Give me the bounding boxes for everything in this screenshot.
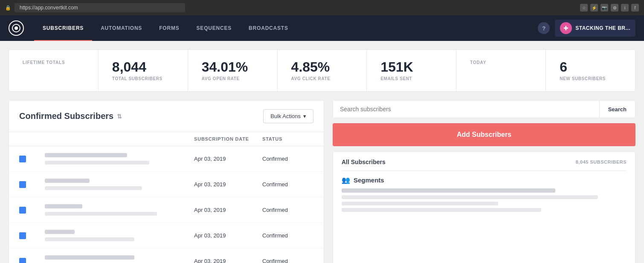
account-badge[interactable]: ✚ STACKING THE BR... <box>555 20 635 37</box>
checkbox-input[interactable] <box>19 258 26 263</box>
lower-area: Confirmed Subscribers ⇅ Bulk Actions ▾ S… <box>9 100 635 263</box>
bulk-actions-button[interactable]: Bulk Actions ▾ <box>263 109 313 123</box>
subscription-status: Confirmed <box>262 207 313 213</box>
segment-blur-3 <box>342 202 498 205</box>
lock-icon: 🔒 <box>5 5 11 11</box>
main-content: LIFETIME TOTALS 8,044 TOTAL SUBSCRIBERS … <box>0 41 644 263</box>
col-status-header: STATUS <box>262 136 313 142</box>
subscription-status: Confirmed <box>262 258 313 263</box>
avg-open-rate-value: 34.01% <box>202 60 264 74</box>
segments-panel: All Subscribers 8,045 SUBSCRIBERS 👥 Segm… <box>333 151 635 263</box>
subscribers-panel: Confirmed Subscribers ⇅ Bulk Actions ▾ S… <box>9 100 324 263</box>
today-label: TODAY <box>470 60 532 65</box>
help-button[interactable]: ? <box>538 22 550 34</box>
all-subscribers-label[interactable]: All Subscribers <box>342 159 386 165</box>
search-row: Search <box>333 100 635 118</box>
search-button[interactable]: Search <box>599 101 635 118</box>
browser-bar: 🔒 https://app.convertkit.com ☆ ⚡ 📷 ⚙ i f <box>0 0 644 15</box>
app-logo[interactable] <box>9 20 24 36</box>
nav-right: ? ✚ STACKING THE BR... <box>538 20 635 37</box>
table-header: SUBSCRIPTION DATE STATUS <box>9 132 324 146</box>
subscriber-email-blur <box>45 161 149 165</box>
subscriber-info <box>45 230 194 241</box>
table-row: Apr 03, 2019 Confirmed <box>9 172 324 197</box>
nav-item-automations[interactable]: AUTOMATIONS <box>92 15 151 41</box>
today-section: TODAY <box>456 50 546 91</box>
subscription-date: Apr 03, 2019 <box>194 207 262 213</box>
segments-label: Segments <box>354 176 384 184</box>
avg-open-rate-label: AVG OPEN RATE <box>202 76 264 81</box>
total-subscribers-value: 8,044 <box>112 60 174 74</box>
total-subscribers-label: TOTAL SUBSCRIBERS <box>112 76 174 81</box>
row-checkbox[interactable] <box>19 232 45 239</box>
subscriber-email-blur <box>45 237 134 241</box>
browser-icons: ☆ ⚡ 📷 ⚙ i f <box>580 4 639 12</box>
checkbox-input[interactable] <box>19 156 26 162</box>
subscriber-name-blur <box>45 179 90 183</box>
col-name-header <box>45 136 194 142</box>
ext-icon-5[interactable]: f <box>631 4 639 12</box>
subscriber-name-blur <box>45 153 127 157</box>
svg-point-1 <box>15 26 18 30</box>
right-panel: Search Add Subscribers All Subscribers 8… <box>333 100 635 263</box>
total-subscribers-stat: 8,044 TOTAL SUBSCRIBERS <box>99 50 188 91</box>
subscriber-info <box>45 179 194 190</box>
subscriber-name-blur <box>45 255 134 260</box>
subscription-date: Apr 03, 2019 <box>194 156 262 162</box>
new-subscribers-label: NEW SUBSCRIBERS <box>560 76 621 81</box>
new-subscribers-value: 6 <box>560 60 621 74</box>
nav-item-sequences[interactable]: SEQUENCES <box>188 15 241 41</box>
subscriber-email-blur <box>45 212 157 216</box>
checkbox-input[interactable] <box>19 181 26 188</box>
subscription-date: Apr 03, 2019 <box>194 258 262 263</box>
col-date-header: SUBSCRIPTION DATE <box>194 136 262 142</box>
ext-icon-3[interactable]: ⚙ <box>611 4 618 12</box>
subscriber-email-blur <box>45 186 142 190</box>
col-checkbox-header <box>19 136 45 142</box>
dropdown-arrow-icon: ▾ <box>303 113 306 119</box>
lifetime-label: LIFETIME TOTALS <box>23 60 84 65</box>
ext-icon-1[interactable]: ⚡ <box>590 4 598 12</box>
panel-header: Confirmed Subscribers ⇅ Bulk Actions ▾ <box>9 101 324 132</box>
row-checkbox[interactable] <box>19 181 45 188</box>
sort-icon[interactable]: ⇅ <box>117 113 122 120</box>
subscription-status: Confirmed <box>262 232 313 239</box>
row-checkbox[interactable] <box>19 156 45 162</box>
nav-item-forms[interactable]: FORMS <box>151 15 188 41</box>
table-row: Apr 03, 2019 Confirmed <box>9 249 324 263</box>
checkbox-input[interactable] <box>19 207 26 214</box>
segments-icon: 👥 <box>342 176 350 184</box>
row-checkbox[interactable] <box>19 207 45 214</box>
subscription-status: Confirmed <box>262 181 313 188</box>
row-checkbox[interactable] <box>19 258 45 263</box>
add-subscribers-button[interactable]: Add Subscribers <box>333 123 635 146</box>
nav-item-broadcasts[interactable]: BROADCASTS <box>240 15 297 41</box>
new-subscribers-stat: 6 NEW SUBSCRIBERS <box>546 50 635 91</box>
subscriber-name-blur <box>45 230 75 234</box>
avg-click-rate-stat: 4.85% AVG CLICK RATE <box>278 50 367 91</box>
ext-icon-2[interactable]: 📷 <box>600 4 608 12</box>
subscription-date: Apr 03, 2019 <box>194 181 262 188</box>
ext-icon-4[interactable]: i <box>621 4 629 12</box>
avg-click-rate-label: AVG CLICK RATE <box>291 76 353 81</box>
avg-click-rate-value: 4.85% <box>291 60 353 74</box>
table-row: Apr 03, 2019 Confirmed <box>9 223 324 249</box>
table-row: Apr 03, 2019 Confirmed <box>9 197 324 223</box>
lifetime-totals-section: LIFETIME TOTALS <box>9 50 99 91</box>
segment-blur-row <box>342 188 627 212</box>
subscriber-info <box>45 153 194 165</box>
subscription-status: Confirmed <box>262 156 313 162</box>
search-input[interactable] <box>333 101 599 118</box>
table-row: Apr 03, 2019 Confirmed <box>9 146 324 172</box>
segment-blur-2 <box>342 195 598 199</box>
emails-sent-stat: 151K EMAILS SENT <box>367 50 456 91</box>
nav-item-subscribers[interactable]: SUBSCRIBERS <box>34 15 92 41</box>
star-icon[interactable]: ☆ <box>580 4 588 12</box>
account-icon: ✚ <box>560 22 572 34</box>
checkbox-input[interactable] <box>19 232 26 239</box>
url-bar[interactable]: https://app.convertkit.com <box>15 3 185 12</box>
subscription-date: Apr 03, 2019 <box>194 232 262 239</box>
navbar: SUBSCRIBERS AUTOMATIONS FORMS SEQUENCES … <box>0 15 644 41</box>
stats-bar: LIFETIME TOTALS 8,044 TOTAL SUBSCRIBERS … <box>9 49 635 92</box>
subscriber-name-blur <box>45 204 82 208</box>
